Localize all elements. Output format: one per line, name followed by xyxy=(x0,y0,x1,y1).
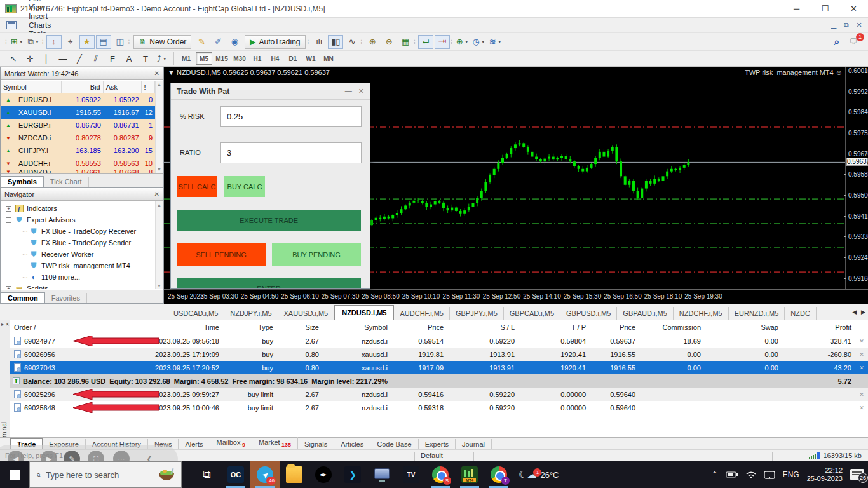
terminal-pin-icon[interactable]: ▸ ✕ xyxy=(1,322,10,327)
market-watch-row[interactable]: ▲EURUSD.i1.059221.059220 xyxy=(1,93,155,106)
sell-pending-button[interactable]: SELL PENDING xyxy=(177,243,266,266)
chart-tab-nzdusd-i-m5[interactable]: NZDUSD.i,M5 xyxy=(334,305,394,320)
market-watch-tab-tick-chart[interactable]: Tick Chart xyxy=(44,177,89,187)
market-watch-row[interactable]: ▲EURGBP.i0.867300.867311 xyxy=(1,119,155,132)
order-row[interactable]: 690256482023.09.25 10:00:46buy limit2.67… xyxy=(10,401,868,414)
chart-tab-nzdc[interactable]: NZDC xyxy=(785,307,817,320)
timeframe-d1[interactable]: D1 xyxy=(285,52,301,65)
market-watch-row[interactable]: ▼NZDCAD.i0.802780.802879 xyxy=(1,132,155,144)
buy-pending-button[interactable]: BUY PENDING xyxy=(272,243,361,266)
profile-selector[interactable]: Default xyxy=(421,452,443,459)
file-explorer-taskbar-icon[interactable] xyxy=(280,461,309,488)
oc-app-taskbar-icon[interactable]: OC xyxy=(221,461,250,488)
new-order-button[interactable]: 🗎New Order xyxy=(133,35,191,49)
minimize-button[interactable]: ─ xyxy=(782,0,811,17)
candlestick-chart-button[interactable]: ▮▯ xyxy=(328,35,343,49)
scroll-up-icon[interactable]: ▲ xyxy=(157,82,161,86)
ea-smiley-icon[interactable]: ☺ xyxy=(836,69,843,76)
column-header-sl[interactable]: S / L xyxy=(447,323,519,331)
terminal-tab-signals[interactable]: Signals xyxy=(298,439,334,449)
timeframe-m5[interactable]: M5 xyxy=(196,52,212,65)
chart-tab-xauusd-i-m5[interactable]: XAUUSD.i,M5 xyxy=(278,307,335,320)
close-button[interactable]: ✕ xyxy=(839,0,868,17)
risk-input[interactable] xyxy=(220,106,362,127)
periods-button[interactable]: ◷▼ xyxy=(471,35,487,49)
close-order-icon[interactable]: ✕ xyxy=(855,365,868,371)
order-row[interactable]: 690269562023.09.25 17:19:09buy0.80xauusd… xyxy=(10,348,868,361)
maximize-button[interactable]: ☐ xyxy=(811,0,839,17)
draw-horizontal-line-button[interactable]: — xyxy=(55,51,71,65)
draw-channel-button[interactable]: ⫽ xyxy=(88,51,104,65)
chart-tab-audchf-i-m5[interactable]: AUDCHF.i,M5 xyxy=(394,307,449,320)
column-header-commission[interactable]: Commission xyxy=(639,323,705,331)
mdi-minimize-button[interactable]: ▁ xyxy=(827,20,840,31)
ratio-input[interactable] xyxy=(220,142,362,163)
templates-button[interactable]: ≋▼ xyxy=(488,35,503,49)
column-header-size[interactable]: Size xyxy=(277,323,323,331)
start-button[interactable] xyxy=(0,461,29,488)
dialog-titlebar[interactable]: Trade With Pat — ✕ xyxy=(171,83,370,100)
dropdown-caret-icon[interactable]: ▼ xyxy=(481,39,485,44)
scroll-down-icon[interactable]: ▼ xyxy=(157,167,161,172)
dialog-close-icon[interactable]: ✕ xyxy=(358,87,364,95)
terminal-tab-articles[interactable]: Articles xyxy=(334,439,370,449)
terminal-tab-experts[interactable]: Experts xyxy=(419,439,456,449)
metaeditor-button[interactable]: ✐ xyxy=(210,35,226,49)
remote-desktop-taskbar-icon[interactable] xyxy=(367,461,397,488)
execute-trade-button[interactable]: EXECUTE TRADE xyxy=(177,210,361,231)
column-header-type[interactable]: Type xyxy=(223,323,277,331)
column-header-tp[interactable]: T / P xyxy=(519,323,590,331)
dropdown-caret-icon[interactable]: ▼ xyxy=(163,57,167,61)
draw-crosshair-button[interactable]: ✛ xyxy=(22,51,37,65)
taskbar-clock[interactable]: 22:1225-09-2023 xyxy=(807,466,843,483)
market-watch-row[interactable]: ▼AUDCHF.i0.585530.5856310 xyxy=(1,157,155,170)
market-watch-row[interactable]: ▲XAUUSD.i1916.551916.6712 xyxy=(1,106,155,119)
draw-arrows-button[interactable]: ⤴▼ xyxy=(154,51,170,65)
navigator-item[interactable]: −⛊Expert Advisors xyxy=(1,214,155,226)
chart-tab-gbpcad-i-m5[interactable]: GBPCAD.i,M5 xyxy=(504,307,560,320)
terminal-tab-mailbox[interactable]: Mailbox 9 xyxy=(210,437,252,449)
navigator-item[interactable]: +▤Scripts xyxy=(1,283,155,289)
scroll-down-icon[interactable]: ▼ xyxy=(157,283,161,288)
chart-window[interactable]: ▼ NZDUSD.i,M5 0.59625 0.59637 0.59621 0.… xyxy=(164,67,868,304)
menu-item-insert[interactable]: Insert xyxy=(22,12,63,21)
menu-item-charts[interactable]: Charts xyxy=(22,21,63,30)
column-header-ask[interactable]: Ask xyxy=(104,81,142,93)
bar-chart-button[interactable]: ılı xyxy=(311,35,327,49)
market-watch-toggle-button[interactable]: ↕ xyxy=(46,35,62,49)
chart-tab-nzdchf-i-m5[interactable]: NZDCHF.i,M5 xyxy=(674,307,729,320)
terminal-tab-market[interactable]: Market 135 xyxy=(252,437,298,449)
order-row[interactable]: 690252962023.09.25 09:59:27buy limit2.67… xyxy=(10,388,868,401)
language-indicator[interactable]: ENG xyxy=(783,470,799,479)
tradingview-taskbar-icon[interactable]: TV xyxy=(397,461,426,488)
column-header-order[interactable]: Order / xyxy=(10,323,99,331)
navigator-tab-common[interactable]: Common xyxy=(1,292,45,303)
close-icon[interactable]: ✕ xyxy=(154,191,159,198)
sell-calc-button[interactable]: SELL CALC xyxy=(177,176,217,197)
chart-tab-eurnzd-i-m5[interactable]: EURNZD.i,M5 xyxy=(729,307,785,320)
column-header-profit[interactable]: Profit xyxy=(782,323,855,331)
menu-item-view[interactable]: View xyxy=(22,3,63,12)
navigator-toggle-button[interactable]: ★ xyxy=(79,35,95,49)
chrome-t-taskbar-icon[interactable]: T xyxy=(484,461,513,488)
chart-tab-nzdjpy-i-m5[interactable]: NZDJPY.i,M5 xyxy=(224,307,278,320)
terminal-tab-alerts[interactable]: Alerts xyxy=(179,439,210,449)
data-window-button[interactable]: ⌖ xyxy=(63,35,78,49)
navigator-item[interactable]: ⋯◐1109 more... xyxy=(1,271,155,283)
dev-app-taskbar-icon[interactable]: ❯ xyxy=(338,461,367,488)
timeframe-w1[interactable]: W1 xyxy=(302,52,319,65)
mt4-taskbar-icon[interactable]: MT4 xyxy=(455,461,484,488)
cast-icon[interactable] xyxy=(764,471,775,479)
timeframe-m30[interactable]: M30 xyxy=(231,52,248,65)
broadcast-button[interactable]: ◉ xyxy=(227,35,242,49)
dropdown-caret-icon[interactable]: ▼ xyxy=(35,39,39,44)
timeframe-h4[interactable]: H4 xyxy=(267,52,283,65)
pen-app-taskbar-icon[interactable]: ✒ xyxy=(309,461,338,488)
timeframe-m15[interactable]: M15 xyxy=(214,52,230,65)
autotrading-button[interactable]: ▶AutoTrading xyxy=(245,35,305,49)
order-row[interactable]: 690249772023.09.25 09:56:18buy2.67nzdusd… xyxy=(10,334,868,348)
column-header-swap[interactable]: Swap xyxy=(705,323,782,331)
mdi-close-button[interactable]: ✕ xyxy=(853,20,865,31)
connection-status[interactable]: 16393/15 kb xyxy=(809,452,862,459)
enter-button[interactable]: ENTER xyxy=(177,278,361,289)
